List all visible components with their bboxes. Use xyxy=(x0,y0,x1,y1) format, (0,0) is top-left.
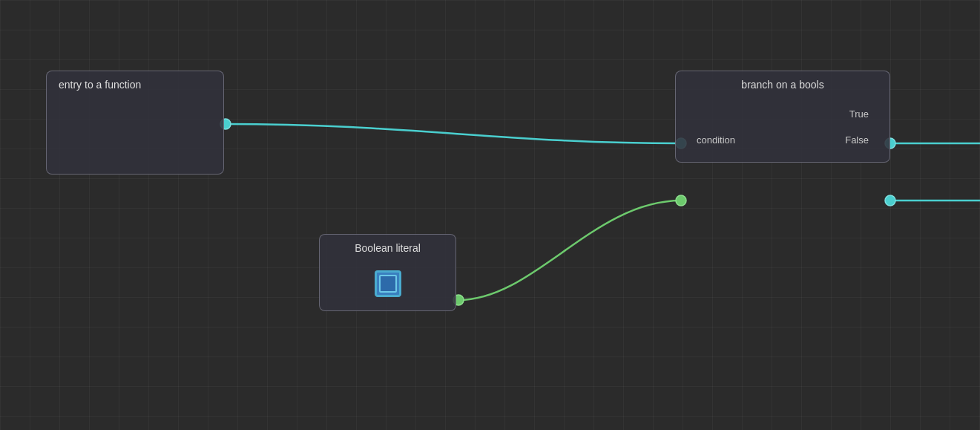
entry-function-node[interactable]: entry to a function xyxy=(46,71,224,175)
branch-ports: True condition False xyxy=(676,97,889,162)
bool-icon-inner xyxy=(375,270,401,297)
branch-condition-port-row: condition False xyxy=(676,128,889,152)
branch-condition-label: condition xyxy=(697,134,735,146)
bool-icon xyxy=(370,266,406,302)
bool-node-title: Boolean literal xyxy=(320,235,456,260)
branch-true-port-row: True xyxy=(676,102,889,126)
branch-node[interactable]: branch on a bools True condition False xyxy=(675,71,890,163)
svg-point-2 xyxy=(676,195,686,206)
entry-node-title: entry to a function xyxy=(47,71,223,97)
boolean-literal-node[interactable]: Boolean literal xyxy=(319,234,456,311)
node-graph-canvas[interactable]: entry to a function Boolean literal bran… xyxy=(0,0,980,430)
branch-node-title: branch on a bools xyxy=(676,71,889,97)
svg-point-5 xyxy=(885,195,895,206)
branch-false-label: False xyxy=(845,134,869,146)
branch-true-label: True xyxy=(849,108,869,120)
connections-layer xyxy=(0,0,980,430)
